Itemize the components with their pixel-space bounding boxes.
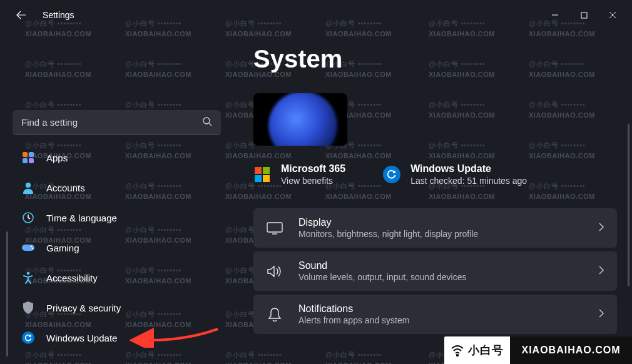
svg-line-5 — [209, 123, 212, 126]
card-subtitle: Alerts from apps and system — [298, 315, 409, 325]
site-badge: 小白号 XIAOBAIHAO.COM — [444, 336, 632, 364]
sidebar-item-label: Accounts — [46, 183, 85, 193]
card-display[interactable]: Display Monitors, brightness, night ligh… — [253, 208, 617, 248]
svg-point-11 — [27, 272, 30, 275]
sound-icon — [266, 263, 283, 280]
sidebar-item-accessibility[interactable]: Accessibility — [13, 264, 221, 291]
windows-bloom-wallpaper — [268, 93, 337, 146]
page-title: System — [253, 45, 617, 73]
nav-list: Apps Accounts Time & language — [13, 144, 221, 351]
back-button[interactable] — [10, 4, 33, 26]
svg-point-9 — [31, 246, 33, 248]
device-preview[interactable] — [253, 93, 347, 146]
apps-icon — [21, 151, 35, 164]
accounts-icon — [21, 181, 35, 195]
tile-title: Windows Update — [410, 163, 527, 174]
svg-point-14 — [457, 355, 458, 356]
badge-domain: XIAOBAIHAO.COM — [510, 336, 632, 364]
svg-rect-1 — [581, 13, 587, 18]
sidebar-item-label: Accessibility — [46, 273, 98, 283]
sidebar: Apps Accounts Time & language — [0, 30, 228, 364]
titlebar: Settings — [0, 0, 632, 30]
minimize-button[interactable] — [541, 4, 569, 26]
sidebar-item-label: Gaming — [46, 243, 79, 253]
svg-rect-12 — [267, 223, 282, 232]
chevron-right-icon — [598, 266, 604, 277]
card-notifications[interactable]: Notifications Alerts from apps and syste… — [253, 295, 617, 334]
display-icon — [266, 220, 283, 237]
tile-subtitle: View benefits — [281, 176, 345, 186]
card-title: Notifications — [298, 303, 409, 315]
svg-point-6 — [26, 183, 31, 188]
sidebar-item-apps[interactable]: Apps — [13, 144, 221, 171]
search-input[interactable] — [21, 117, 202, 128]
search-icon — [202, 116, 212, 129]
main-content: System Microsoft 365 View benefits Windo — [228, 30, 632, 364]
card-title: Sound — [298, 260, 467, 271]
wifi-icon — [451, 343, 464, 357]
app-title: Settings — [43, 10, 74, 20]
settings-cards: Display Monitors, brightness, night ligh… — [253, 208, 617, 334]
sidebar-item-privacy-security[interactable]: Privacy & security — [13, 294, 221, 321]
svg-point-10 — [32, 248, 34, 250]
window-controls — [541, 4, 627, 26]
tile-windows-update[interactable]: Windows Update Last checked: 51 minutes … — [383, 163, 527, 186]
svg-point-4 — [203, 118, 210, 124]
tile-subtitle: Last checked: 51 minutes ago — [410, 176, 527, 186]
scrollbar[interactable] — [628, 124, 629, 286]
sidebar-item-windows-update[interactable]: Windows Update — [13, 324, 221, 351]
sidebar-item-accounts[interactable]: Accounts — [13, 174, 221, 201]
gaming-icon — [21, 241, 35, 255]
notifications-icon — [266, 306, 283, 323]
windows-update-icon — [383, 166, 400, 183]
sidebar-scroll-indicator — [6, 231, 8, 356]
accessibility-icon — [21, 271, 35, 285]
microsoft-logo-icon — [253, 166, 271, 183]
tile-title: Microsoft 365 — [281, 163, 345, 174]
sidebar-item-gaming[interactable]: Gaming — [13, 234, 221, 261]
chevron-right-icon — [598, 223, 604, 234]
card-sound[interactable]: Sound Volume levels, output, input, soun… — [253, 251, 617, 291]
card-title: Display — [298, 217, 478, 228]
sidebar-item-time-language[interactable]: Time & language — [13, 204, 221, 231]
shield-icon — [21, 301, 35, 315]
windows-update-icon — [21, 331, 35, 345]
sidebar-item-label: Apps — [46, 153, 68, 163]
sidebar-item-label: Privacy & security — [46, 303, 121, 313]
chevron-right-icon — [598, 309, 604, 320]
badge-cn: 小白号 — [468, 343, 504, 358]
sidebar-item-label: Windows Update — [46, 333, 117, 343]
card-subtitle: Monitors, brightness, night light, displ… — [298, 229, 478, 239]
sidebar-item-label: Time & language — [46, 213, 117, 223]
time-language-icon — [21, 211, 35, 225]
tile-microsoft-365[interactable]: Microsoft 365 View benefits — [253, 163, 345, 186]
search-box[interactable] — [13, 110, 221, 135]
close-button[interactable] — [598, 4, 627, 26]
card-subtitle: Volume levels, output, input, sound devi… — [298, 272, 467, 282]
maximize-button[interactable] — [569, 4, 598, 26]
